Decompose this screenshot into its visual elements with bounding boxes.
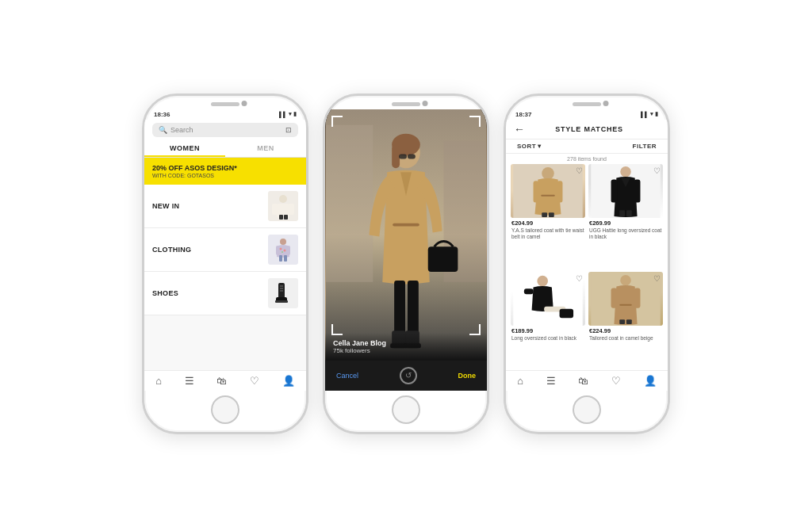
category-new-in[interactable]: NEW IN	[144, 185, 306, 228]
product-name-1: Y.A.S tailored coat with tie waist belt …	[511, 227, 584, 241]
phone-2-bottom	[325, 391, 487, 432]
rotate-button[interactable]: ↺	[400, 367, 417, 384]
svg-rect-44	[557, 181, 563, 202]
photo-overlay: Cella Jane Blog 75k followers	[325, 333, 487, 361]
svg-rect-31	[408, 154, 416, 158]
sort-button[interactable]: SORT ▾	[517, 143, 542, 150]
svg-point-10	[284, 249, 286, 251]
nav-heart-icon-3[interactable]: ♡	[611, 375, 621, 387]
svg-rect-61	[611, 288, 618, 307]
camera-button[interactable]: ⊡	[285, 126, 292, 134]
svg-point-8	[280, 239, 286, 245]
phone-3-bottom	[506, 391, 668, 432]
influencer-followers: 75k followers	[333, 347, 479, 354]
nav-bag-icon[interactable]: 🛍	[216, 375, 227, 387]
product-price-3: €189.99	[511, 327, 533, 334]
phone-3-speaker	[573, 102, 601, 106]
svg-rect-45	[542, 212, 547, 217]
nav-bag-icon-3[interactable]: 🛍	[578, 375, 588, 387]
tab-row: WOMEN MEN	[144, 140, 306, 158]
filter-button[interactable]: FILTER	[633, 143, 657, 150]
phone-3-status-bar: 18:37 ▌▌ ▾ ▮	[506, 109, 668, 120]
phone-2-top	[325, 96, 487, 109]
svg-point-11	[282, 251, 283, 253]
done-button[interactable]: Done	[458, 372, 476, 380]
category-clothing[interactable]: CLOTHING	[144, 228, 306, 272]
nav-search-icon[interactable]: ☰	[185, 375, 194, 387]
nav-profile-icon-3[interactable]: 👤	[644, 375, 657, 387]
wishlist-icon-4[interactable]: ♡	[653, 274, 661, 283]
product-price-2: €269.99	[589, 220, 611, 227]
tab-women[interactable]: WOMEN	[144, 140, 225, 157]
matches-title: STYLE MATCHES	[530, 125, 649, 133]
wishlist-icon-3[interactable]: ♡	[576, 274, 583, 283]
matches-header: ← STYLE MATCHES	[506, 120, 668, 139]
cancel-button[interactable]: Cancel	[336, 372, 358, 380]
product-name-3: Long oversized coat in black	[511, 335, 584, 342]
phone-1-top	[144, 96, 306, 109]
svg-rect-19	[275, 300, 288, 303]
phone-1-screen: 🔍 Search ⊡ WOMEN MEN 20% OFF ASOS DESIGN…	[144, 120, 306, 391]
nav-search-icon-3[interactable]: ☰	[546, 375, 556, 387]
signal-icon: ▌▌	[279, 112, 287, 117]
nav-home-icon-3[interactable]: ⌂	[517, 375, 523, 387]
phone-3-camera	[603, 101, 609, 106]
svg-rect-13	[284, 255, 287, 262]
home-button-1[interactable]	[211, 395, 239, 424]
svg-rect-35	[408, 280, 419, 334]
product-card-2[interactable]: ♡ €269.99 UGG Hattie long oversized coat…	[588, 164, 663, 269]
phone-2: Cella Jane Blog 75k followers Cancel ↺ D…	[323, 94, 489, 434]
svg-rect-43	[534, 181, 539, 202]
camera-photo: Cella Jane Blog 75k followers	[325, 109, 487, 361]
wifi-icon-3: ▾	[650, 111, 653, 117]
product-card-3[interactable]: ♡ €189.99 Long oversized coat in black	[511, 272, 585, 370]
svg-point-54	[537, 276, 548, 287]
product-info-2: €269.99 UGG Hattie long oversized coat i…	[588, 218, 663, 242]
svg-rect-32	[393, 223, 419, 226]
phone-2-camera	[423, 101, 428, 106]
svg-rect-15	[287, 246, 290, 255]
svg-rect-30	[399, 154, 407, 158]
back-button[interactable]: ←	[514, 123, 525, 136]
search-bar[interactable]: 🔍 Search ⊡	[152, 123, 298, 137]
category-shoes[interactable]: SHOES	[144, 272, 306, 315]
phone-1: 18:36 ▌▌ ▾ ▮ 🔍 Search ⊡ WOMEN MEN	[142, 94, 308, 434]
wishlist-icon-1[interactable]: ♡	[576, 166, 583, 175]
search-placeholder: Search	[170, 126, 193, 134]
svg-rect-12	[279, 255, 282, 262]
product-info-1: €204.99 Y.A.S tailored coat with tie wai…	[511, 218, 585, 242]
nav-heart-icon[interactable]: ♡	[250, 375, 259, 387]
svg-rect-57	[524, 288, 534, 294]
svg-point-59	[620, 275, 631, 286]
time-display: 18:36	[154, 111, 170, 118]
phone-2-speaker	[392, 102, 420, 106]
svg-rect-60	[619, 304, 632, 306]
svg-rect-25	[326, 124, 373, 281]
product-card-4[interactable]: ♡ €224.99 Tailored coat in camel beige	[588, 272, 663, 370]
promo-title: 20% OFF ASOS DESIGN*	[152, 164, 298, 172]
product-name-4: Tailored coat in camel beige	[589, 335, 662, 342]
wishlist-icon-2[interactable]: ♡	[653, 166, 661, 175]
time-display-3: 18:37	[515, 111, 531, 118]
home-button-2[interactable]	[392, 395, 420, 424]
product-grid: ♡ €204.99 Y.A.S tailored coat with tie w…	[506, 164, 668, 370]
search-icon: 🔍	[159, 126, 167, 134]
svg-point-41	[542, 166, 554, 179]
camera-controls: Cancel ↺ Done	[325, 361, 487, 391]
product-card-1[interactable]: ♡ €204.99 Y.A.S tailored coat with tie w…	[511, 164, 585, 269]
nav-profile-icon[interactable]: 👤	[282, 375, 295, 387]
svg-point-48	[620, 166, 631, 177]
tab-men[interactable]: MEN	[225, 140, 306, 157]
nav-home-icon[interactable]: ⌂	[155, 375, 162, 387]
svg-rect-14	[276, 246, 279, 255]
battery-icon: ▮	[293, 111, 297, 117]
chevron-down-icon: ▾	[538, 143, 542, 150]
svg-rect-52	[626, 210, 632, 216]
battery-icon-3: ▮	[655, 111, 658, 117]
svg-rect-56	[560, 308, 573, 318]
svg-rect-46	[549, 212, 554, 217]
svg-point-9	[280, 247, 282, 250]
home-button-3[interactable]	[573, 395, 601, 424]
promo-subtitle: WITH CODE: GOTASOS	[152, 173, 298, 178]
product-image-4: ♡	[588, 272, 663, 326]
